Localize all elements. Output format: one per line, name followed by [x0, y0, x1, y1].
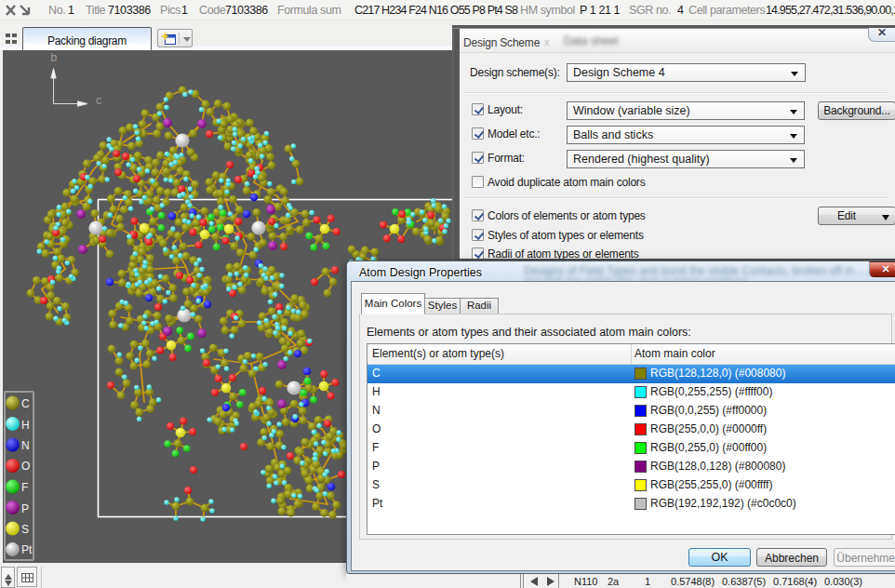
svg-text:b: b — [51, 51, 58, 64]
svg-text:c: c — [96, 94, 101, 107]
